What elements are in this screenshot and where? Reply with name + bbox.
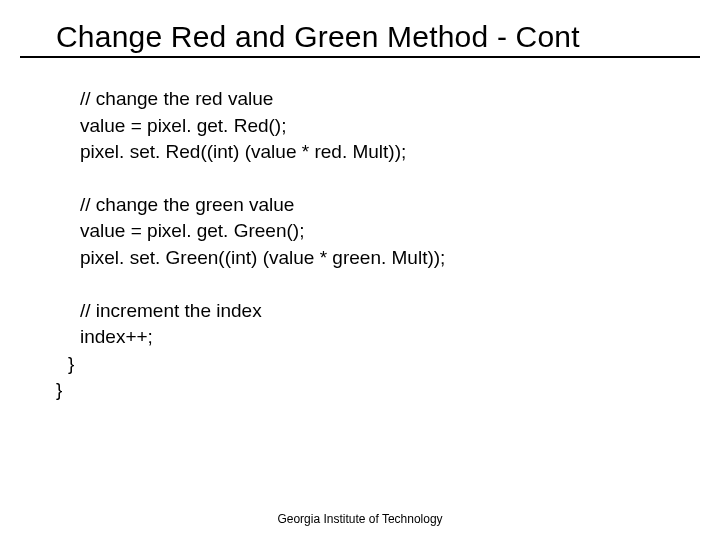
code-content: // change the red value value = pixel. g… [0,58,720,404]
code-block-red: // change the red value value = pixel. g… [56,86,720,166]
closing-brace-inner: } [56,351,720,378]
code-line: // change the red value [56,86,720,113]
code-line: // change the green value [56,192,720,219]
slide-title: Change Red and Green Method - Cont [20,0,700,58]
code-line: // increment the index [56,298,720,325]
code-line: value = pixel. get. Red(); [56,113,720,140]
code-block-green: // change the green value value = pixel.… [56,192,720,272]
code-line: value = pixel. get. Green(); [56,218,720,245]
closing-brace-outer: } [56,377,720,404]
footer-text: Georgia Institute of Technology [0,512,720,526]
code-line: pixel. set. Red((int) (value * red. Mult… [56,139,720,166]
code-line: pixel. set. Green((int) (value * green. … [56,245,720,272]
code-block-increment: // increment the index index++; [56,298,720,351]
code-line: index++; [56,324,720,351]
